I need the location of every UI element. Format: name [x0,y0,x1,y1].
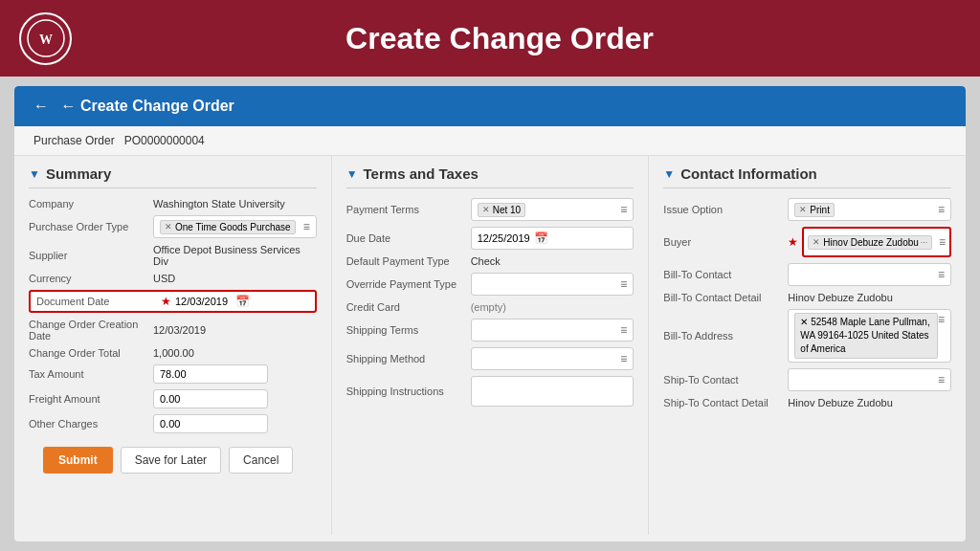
default-payment-value: Check [471,255,635,267]
back-arrow-icon: ← [33,98,49,114]
freight-input[interactable]: 0.00 [153,389,268,408]
buyer-remove-icon[interactable]: ✕ [813,237,820,247]
credit-card-value: (empty) [471,301,635,313]
form-columns: ▼ Summary Company Washington State Unive… [14,156,966,535]
override-payment-menu-icon[interactable]: ≡ [620,277,627,291]
wsu-logo: W [19,12,72,65]
calendar-icon[interactable]: 📅 [235,295,250,308]
creation-date-value: 12/03/2019 [153,324,317,336]
shipping-terms-label: Shipping Terms [346,324,471,336]
issue-option-label: Issue Option [663,204,788,215]
due-date-row: Due Date 12/25/2019 📅 [346,227,635,250]
ship-to-contact-detail-row: Ship-To Contact Detail Hinov Debuze Zudo… [663,397,951,408]
bill-to-contact-label: Bill-To Contact [663,269,788,280]
contact-chevron-icon: ▼ [663,167,675,181]
payment-terms-input[interactable]: ✕ Net 10 ≡ [471,198,635,221]
form-title: ← Create Change Order [60,98,234,114]
buyer-input-highlight: ✕ Hinov Debuze Zudobu ··· ≡ [802,227,951,257]
credit-card-label: Credit Card [346,301,471,313]
total-row: Change Order Total 1,000.00 [29,347,317,359]
payment-terms-remove-icon[interactable]: ✕ [482,205,490,214]
issue-option-remove-icon[interactable]: ✕ [799,205,807,214]
doc-date-value[interactable]: 12/03/2019 [175,296,228,307]
po-label: Purchase Order [33,134,115,147]
bill-to-contact-menu-icon[interactable]: ≡ [938,268,945,281]
save-button[interactable]: Save for Later [121,447,221,474]
shipping-terms-row: Shipping Terms ≡ [346,319,635,342]
freight-row: Freight Amount 0.00 [29,389,317,408]
po-type-input[interactable]: ✕ One Time Goods Purchase ≡ [153,215,317,238]
bill-to-contact-input[interactable]: ≡ [788,263,951,286]
shipping-method-menu-icon[interactable]: ≡ [620,352,627,365]
payment-terms-menu-icon[interactable]: ≡ [620,203,627,216]
ship-to-contact-detail-value: Hinov Debuze Zudobu [788,397,951,408]
override-payment-label: Override Payment Type [346,278,471,290]
po-type-tag: ✕ One Time Goods Purchase [160,220,296,234]
override-payment-row: Override Payment Type ≡ [346,273,635,296]
page-header: W Create Change Order [0,0,980,77]
po-type-row: Purchase Order Type ✕ One Time Goods Pur… [29,215,317,238]
due-date-input[interactable]: 12/25/2019 📅 [471,227,635,250]
buyer-menu-icon[interactable]: ≡ [939,235,946,249]
shipping-terms-input[interactable]: ≡ [471,319,635,342]
contact-header: ▼ Contact Information [663,165,951,188]
submit-button[interactable]: Submit [43,447,113,474]
form-header: ← ← Create Change Order [14,86,966,126]
shipping-method-label: Shipping Method [346,353,471,364]
bill-to-address-label: Bill-To Address [663,330,788,342]
tax-row: Tax Amount 78.00 [29,364,317,384]
issue-option-row: Issue Option ✕ Print ≡ [663,198,951,221]
issue-option-input[interactable]: ✕ Print ≡ [788,198,951,221]
buttons-row: Submit Save for Later Cancel [29,439,317,481]
shipping-instructions-row: Shipping Instructions [346,376,635,407]
ship-to-contact-input[interactable]: ≡ [788,368,951,391]
payment-terms-tag: ✕ Net 10 [478,203,525,217]
bill-to-contact-detail-label: Bill-To Contact Detail [663,292,788,303]
terms-title: Terms and Taxes [364,165,479,182]
contact-title: Contact Information [680,165,817,182]
supplier-row: Supplier Office Depot Business Services … [29,244,317,267]
override-payment-input[interactable]: ≡ [471,273,635,296]
shipping-method-input[interactable]: ≡ [471,347,635,370]
other-input[interactable]: 0.00 [153,414,268,433]
bill-to-address-input[interactable]: ✕ 52548 Maple Lane Pullman, WA 99164-102… [788,309,951,363]
terms-column: ▼ Terms and Taxes Payment Terms ✕ Net 10… [332,156,650,535]
creation-date-row: Change Order Creation Date 12/03/2019 [29,319,317,342]
contact-column: ▼ Contact Information Issue Option ✕ Pri… [649,156,966,535]
due-date-calendar-icon[interactable]: 📅 [534,231,548,245]
cancel-button[interactable]: Cancel [229,447,293,474]
bill-to-contact-detail-value: Hinov Debuze Zudobu [788,292,951,303]
po-number: PO0000000004 [124,134,205,147]
currency-label: Currency [29,273,153,284]
company-value: Washington State University [153,198,317,209]
summary-title: Summary [46,165,111,182]
total-value: 1,000.00 [153,347,317,359]
payment-terms-label: Payment Terms [346,204,471,215]
buyer-row: Buyer ★ ✕ Hinov Debuze Zudobu ··· ≡ [663,227,951,257]
buyer-required-star: ★ [788,235,798,249]
shipping-terms-menu-icon[interactable]: ≡ [620,323,627,337]
issue-option-menu-icon[interactable]: ≡ [938,203,945,216]
po-type-remove-icon[interactable]: ✕ [165,222,172,231]
po-type-label: Purchase Order Type [29,221,153,232]
currency-value: USD [153,273,317,284]
svg-text:W: W [39,33,53,47]
buyer-input[interactable]: ✕ Hinov Debuze Zudobu ··· ≡ [808,231,946,253]
ship-to-contact-detail-label: Ship-To Contact Detail [663,397,788,408]
shipping-method-row: Shipping Method ≡ [346,347,635,370]
summary-column: ▼ Summary Company Washington State Unive… [14,156,332,535]
buyer-label: Buyer [663,236,788,248]
bill-to-address-menu-icon[interactable]: ≡ [938,313,945,326]
shipping-instructions-input[interactable] [471,376,635,407]
currency-row: Currency USD [29,273,317,284]
other-row: Other Charges 0.00 [29,414,317,433]
ship-to-contact-menu-icon[interactable]: ≡ [938,373,945,386]
default-payment-label: Default Payment Type [346,255,471,267]
credit-card-row: Credit Card (empty) [346,301,635,313]
tax-input[interactable]: 78.00 [153,364,268,384]
supplier-label: Supplier [29,250,153,261]
bill-to-address-remove-icon[interactable]: ✕ [800,317,808,327]
terms-header: ▼ Terms and Taxes [346,165,635,188]
creation-date-label: Change Order Creation Date [29,319,153,342]
po-type-menu-icon[interactable]: ≡ [303,220,310,233]
